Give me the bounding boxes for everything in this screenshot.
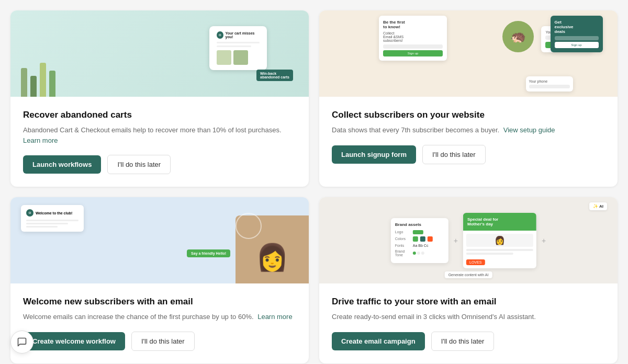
card-actions-2: Launch signup form I'll do this later	[332, 145, 605, 164]
card-desc-1: Abandoned Cart & Checkout emails help to…	[23, 125, 296, 145]
card-link-3[interactable]: Learn more	[257, 313, 292, 321]
card-image-4: Brand assets Logo Colors Fonts Aa Bb Cc	[319, 197, 618, 283]
card-recover-carts: O Your cart misses you! Win-backabandone…	[10, 10, 309, 187]
launch-workflows-button[interactable]: Launch workflows	[23, 155, 101, 174]
brand-panel: Brand assets Logo Colors Fonts Aa Bb Cc	[391, 218, 448, 263]
card-link-2[interactable]: View setup guide	[503, 126, 555, 134]
card-desc-4: Create ready-to-send email in 3 clicks w…	[332, 312, 605, 322]
card-welcome-subscribers: O Welcome to the club! Say a friendly He…	[10, 197, 309, 363]
do-later-button-1[interactable]: I'll do this later	[107, 155, 171, 174]
do-later-button-3[interactable]: I'll do this later	[131, 332, 195, 351]
card-actions-3: Create welcome workflow I'll do this lat…	[23, 332, 296, 351]
hello-badge: Say a friendly Hello!	[187, 249, 230, 257]
generate-ai-label: Generate content with AI	[445, 271, 492, 278]
mock-email-card1: O Your cart misses you!	[209, 26, 267, 70]
card-content-4: Drive traffic to your store with an emai…	[319, 283, 618, 363]
card-image-2: Be the firstto know! CollectEmail &SMSsu…	[319, 10, 618, 97]
do-later-button-4[interactable]: I'll do this later	[431, 332, 495, 351]
card-actions-4: Create email campaign I'll do this later	[332, 332, 605, 351]
plus-icon: +	[454, 236, 458, 245]
chat-icon	[17, 337, 27, 347]
card-desc-3: Welcome emails can increase the chance o…	[23, 312, 296, 322]
card-title-4: Drive traffic to your store with an emai…	[332, 296, 605, 308]
card-collect-subscribers: Be the firstto know! CollectEmail &SMSsu…	[319, 10, 618, 187]
signup-mockup: Be the firstto know! CollectEmail &SMSsu…	[319, 10, 618, 97]
winback-badge: Win-backabandoned carts	[256, 70, 293, 81]
ai-mockup: Brand assets Logo Colors Fonts Aa Bb Cc	[391, 213, 546, 268]
card-desc-2: Data shows that every 7th subscriber bec…	[332, 125, 605, 135]
cards-grid: O Your cart misses you! Win-backabandone…	[10, 10, 618, 363]
card-title-2: Collect subscribers on your website	[332, 109, 605, 121]
chat-button[interactable]	[10, 331, 33, 354]
create-welcome-workflow-button[interactable]: Create welcome workflow	[23, 332, 125, 350]
card-image-3: O Welcome to the club! Say a friendly He…	[10, 197, 309, 283]
card-title-3: Welcome new subscribers with an email	[23, 296, 296, 308]
card-content-2: Collect subscribers on your website Data…	[319, 97, 618, 177]
ai-badge: ✨ AI	[589, 202, 607, 210]
email-preview-mock: Special deal forMother's day 👩 LOVES	[463, 213, 536, 268]
launch-signup-form-button[interactable]: Launch signup form	[332, 145, 416, 164]
do-later-button-2[interactable]: I'll do this later	[422, 145, 486, 164]
card-content-1: Recover abandoned carts Abandoned Cart &…	[10, 97, 309, 187]
card-content-3: Welcome new subscribers with an email We…	[10, 283, 309, 363]
card-image-1: O Your cart misses you! Win-backabandone…	[10, 10, 309, 97]
card-title-1: Recover abandoned carts	[23, 109, 296, 121]
card-link-1[interactable]: Learn more	[23, 136, 58, 144]
welcome-email-mock: O Welcome to the club!	[21, 205, 84, 232]
create-email-campaign-button[interactable]: Create email campaign	[332, 332, 425, 350]
card-actions-1: Launch workflows I'll do this later	[23, 155, 296, 174]
popup-be-first: Be the firstto know! CollectEmail &SMSsu…	[379, 16, 447, 61]
popup-your-phone: Your phone	[526, 76, 573, 92]
plus-icon-2: +	[542, 236, 546, 245]
popup-exclusive-deals: Getexclusivedeals Sign up	[551, 16, 603, 52]
card-drive-traffic: Brand assets Logo Colors Fonts Aa Bb Cc	[319, 197, 618, 363]
